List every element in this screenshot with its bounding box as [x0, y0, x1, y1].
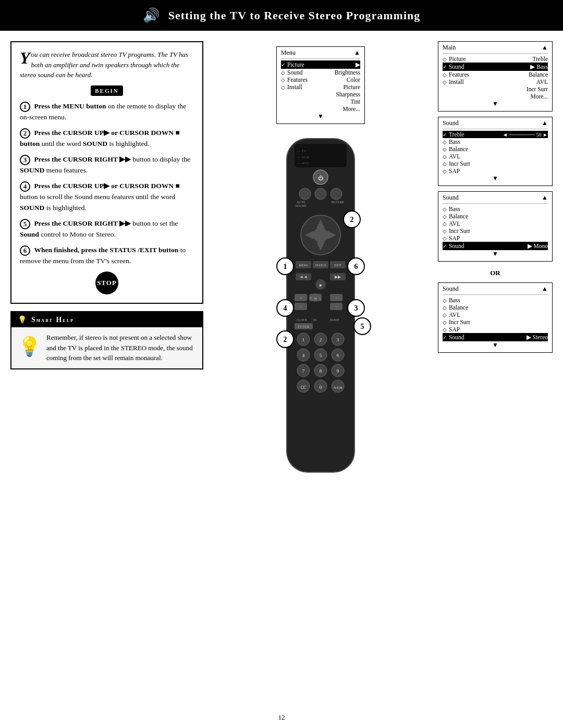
menu4-row-incrsurr: ◇Incr Surr: [443, 227, 548, 235]
svg-text:0: 0: [320, 385, 322, 390]
menu-box-3-inner: Sound ▲ ✓Treble ◄ ─────── 50 ► ◇Bass ◇Ba…: [438, 117, 552, 186]
step-3-bold: Press the CURSOR RIGHT ▶▶: [34, 155, 131, 163]
right-column: Main ▲ ◇Picture Treble ✓Sound ▶ Bass ◇Fe…: [438, 41, 553, 698]
step-4: 4 Press the CURSOR UP▶ or CURSOR DOWN ■ …: [20, 181, 194, 213]
svg-text:■: ■: [320, 283, 322, 288]
menu2-balance: Balance: [529, 71, 548, 78]
menu5-row-sap: ◇SAP: [443, 326, 548, 333]
or-label: OR: [438, 269, 553, 277]
intro-body: ou can receive broadcast stereo TV progr…: [20, 51, 188, 79]
svg-text:2: 2: [350, 216, 354, 224]
svg-text:2: 2: [284, 336, 287, 343]
svg-text:M: M: [314, 297, 317, 300]
menu1-sound-label: Sound: [287, 69, 302, 76]
svg-point-9: [331, 188, 342, 200]
menu1-down-arrow: ▼: [281, 113, 360, 120]
menu1-tint: Tint: [350, 98, 360, 105]
svg-text:+: +: [335, 296, 337, 300]
menu1-row-sharpness: Sharpness: [281, 91, 360, 98]
menu1-sound-diamond: ◇: [281, 70, 285, 76]
svg-text:4: 4: [284, 304, 287, 312]
svg-text:SLEEP: SLEEP: [330, 318, 339, 322]
svg-text:−: −: [335, 305, 337, 309]
main-content: Y ou can receive broadcast stereo TV pro…: [0, 31, 563, 708]
menu3-header-left: Sound: [443, 119, 459, 127]
step-4-circle: 4: [20, 181, 30, 192]
step-1-text: Press the MENU button on the remote to d…: [20, 102, 186, 121]
menu4-down-arrow: ▼: [443, 250, 548, 258]
svg-text:1: 1: [302, 337, 305, 342]
step-6-bold: When finished, press the STATUS /EXIT bu…: [34, 246, 178, 254]
step-3: 3 Press the CURSOR RIGHT ▶▶ button to di…: [20, 154, 194, 176]
menu5-row-incrsurr: ◇Incr Surr: [443, 318, 548, 326]
menu3-row-treble: ✓Treble ◄ ─────── 50 ►: [443, 131, 548, 138]
svg-text:2: 2: [320, 337, 322, 342]
menu1-features-label: Features: [287, 77, 308, 83]
smart-help-box: 💡 Smart Help 💡 Remember, if stereo is no…: [10, 311, 203, 369]
menu3-header-right: ▲: [542, 119, 548, 127]
svg-text:— TV: — TV: [297, 149, 307, 153]
menu2-row-more: More...: [443, 93, 548, 100]
menu5-header-right: ▲: [542, 285, 548, 293]
menu-box-1-inner: Menu ▲ ✓ Picture ▶ ◇Sound Brightness ◇Fe…: [277, 47, 364, 124]
svg-text:5: 5: [320, 353, 322, 358]
menu-box-5: Sound ▲ ◇Bass ◇Balance ◇AVL ◇Incr Surr ◇…: [438, 282, 553, 353]
svg-point-8: [315, 188, 326, 200]
step-5: 5 Press the CURSOR RIGHT ▶▶ button to se…: [20, 218, 194, 240]
step-2: 2 Press the CURSOR UP▶ or CURSOR DOWN ■ …: [20, 128, 194, 149]
svg-text:IN: IN: [313, 318, 317, 322]
step-4-bold: Press the CURSOR UP▶ or CURSOR DOWN ■: [34, 182, 179, 190]
stop-badge: STOP: [95, 272, 118, 294]
menu4-sound-arrow: ▶: [528, 243, 532, 249]
menu3-treble: Treble: [449, 131, 464, 138]
step-1-circle: 1: [20, 102, 30, 112]
page-header: 🔊 Setting the TV to Receive Stereo Progr…: [0, 0, 563, 31]
menu3-balance: Balance: [449, 146, 468, 152]
step-4-text: Press the CURSOR UP▶ or CURSOR DOWN ■ bu…: [20, 182, 180, 211]
svg-text:AUTO: AUTO: [297, 201, 305, 204]
remote-svg: — TV — VCR — ACC ⏻ AUTO SOUND PICTURE: [253, 133, 388, 488]
menu5-sound-arrow: ▶: [527, 334, 531, 340]
svg-text:MENU: MENU: [299, 264, 308, 267]
menu3-row-bass: ◇Bass: [443, 138, 548, 145]
svg-text:PICTURE: PICTURE: [331, 201, 344, 204]
menu4-sound: Sound: [449, 243, 464, 249]
menu2-row-incrsurr: Incr Surr: [443, 85, 548, 93]
menu3-incrsurr: Incr Surr: [449, 161, 470, 167]
menu1-row-features: ◇Features Color: [281, 76, 360, 83]
center-column: Menu ▲ ✓ Picture ▶ ◇Sound Brightness ◇Fe…: [209, 41, 433, 698]
svg-text:1: 1: [284, 263, 287, 270]
menu-box-2: Main ▲ ◇Picture Treble ✓Sound ▶ Bass ◇Fe…: [438, 41, 553, 112]
svg-text:⏻: ⏻: [318, 175, 323, 181]
menu5-sap: SAP: [449, 326, 460, 332]
menu1-header: Menu ▲: [281, 49, 360, 59]
menu2-header-right: ▲: [542, 44, 548, 52]
menu-box-5-inner: Sound ▲ ◇Bass ◇Balance ◇AVL ◇Incr Surr ◇…: [438, 283, 552, 352]
menu3-row-sap: ◇SAP: [443, 167, 548, 175]
menu4-incrsurr: Incr Surr: [449, 228, 470, 234]
menu-box-4: Sound ▲ ◇Bass ◇Balance ◇AVL ◇Incr Surr ◇…: [438, 191, 553, 262]
svg-point-18: [313, 228, 328, 242]
svg-text:EXIT: EXIT: [334, 264, 341, 267]
menu2-row-picture: ◇Picture Treble: [443, 55, 548, 63]
menu2-avl: AVL: [536, 79, 548, 85]
svg-text:CC: CC: [301, 385, 307, 390]
menu4-bass: Bass: [449, 206, 460, 212]
menu1-row-tint: Tint: [281, 98, 360, 105]
svg-text:+: +: [300, 296, 302, 300]
smart-help-text: Remember, if stereo is not present on a …: [46, 332, 196, 363]
svg-text:A/CH: A/CH: [334, 386, 342, 390]
bulb-large-icon: 💡: [18, 332, 41, 361]
svg-text:3: 3: [337, 337, 339, 342]
menu2-row-features: ◇Features Balance: [443, 71, 548, 78]
menu-box-3: Sound ▲ ✓Treble ◄ ─────── 50 ► ◇Bass ◇Ba…: [438, 117, 553, 186]
menu-box-1: Menu ▲ ✓ Picture ▶ ◇Sound Brightness ◇Fe…: [276, 46, 365, 124]
menu4-row-sap: ◇SAP: [443, 235, 548, 242]
instructions-box: Y ou can receive broadcast stereo TV pro…: [10, 41, 203, 304]
step-1-bold: Press the MENU button: [34, 102, 106, 110]
menu5-header: Sound ▲: [443, 285, 548, 295]
menu4-avl: AVL: [449, 220, 460, 227]
menu2-header: Main ▲: [443, 44, 548, 54]
smart-help-title: Smart Help: [31, 316, 74, 324]
menu5-stereo: Stereo: [531, 334, 548, 340]
